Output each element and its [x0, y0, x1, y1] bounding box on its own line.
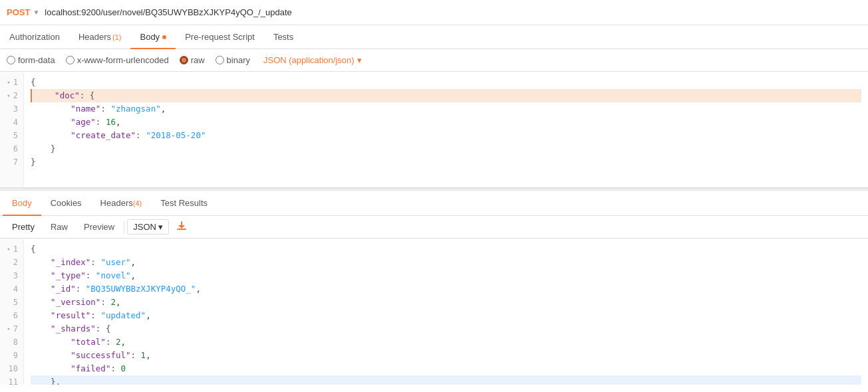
json-type-selector[interactable]: JSON ▾ [127, 219, 169, 235]
request-tabs: Authorization Headers(1) Body Pre-reques… [0, 25, 868, 49]
json-format-selector[interactable]: JSON (application/json) ▾ [263, 55, 362, 65]
req-line-4: "age": 16, [31, 116, 861, 129]
url-bar: POST ▼ [0, 0, 868, 25]
method-chevron-icon: ▼ [33, 9, 39, 16]
req-line-6: } [31, 142, 861, 155]
resp-line-4: "_id": "BQ35UWYBBzXJKYP4yQO_", [31, 282, 861, 296]
resp-line-5: "_version": 2, [31, 296, 861, 309]
resp-tab-test-results[interactable]: Test Results [151, 191, 217, 216]
raw-btn[interactable]: Raw [44, 220, 74, 234]
format-separator [124, 221, 124, 233]
req-line-3: "name": "zhangsan", [31, 102, 861, 116]
tab-tests[interactable]: Tests [264, 25, 303, 49]
resp-line-10: "failed": 0 [31, 362, 861, 375]
request-body-editor[interactable]: ▾1 ▾2 3 4 5 6 7 { "doc": { "name": "zhan… [0, 72, 868, 188]
form-data-option[interactable]: form-data [7, 55, 55, 65]
tab-authorization[interactable]: Authorization [0, 25, 69, 49]
req-line-2: "doc": { [31, 89, 861, 102]
response-body-editor[interactable]: ▾1 2 3 4 5 6 ▾7 8 9 10 11 12 13 14 { "_i… [0, 239, 868, 385]
urlencoded-option[interactable]: x-www-form-urlencoded [66, 55, 169, 65]
method-label: POST [7, 7, 30, 17]
resp-tab-body[interactable]: Body [3, 191, 41, 216]
pretty-btn[interactable]: Pretty [5, 220, 41, 234]
save-icon [176, 220, 188, 232]
tab-pre-request[interactable]: Pre-request Script [176, 25, 264, 49]
binary-option[interactable]: binary [216, 55, 250, 65]
resp-tab-cookies[interactable]: Cookies [41, 191, 91, 216]
req-line-7: } [31, 155, 861, 169]
response-format-bar: Pretty Raw Preview JSON ▾ [0, 216, 868, 239]
url-input[interactable] [45, 7, 861, 17]
resp-line-9: "successful": 1, [31, 349, 861, 362]
body-dot [162, 35, 166, 39]
preview-btn[interactable]: Preview [77, 220, 121, 234]
json-chevron-icon: ▾ [357, 55, 362, 65]
resp-line-8: "total": 2, [31, 336, 861, 349]
save-response-btn[interactable] [172, 217, 192, 237]
req-line-5: "create_date": "2018-05-20" [31, 129, 861, 142]
resp-line-11: }, [31, 375, 861, 385]
json-type-chevron-icon: ▾ [158, 222, 163, 232]
response-line-numbers: ▾1 2 3 4 5 6 ▾7 8 9 10 11 12 13 14 [0, 239, 24, 385]
response-code-content[interactable]: { "_index": "user", "_type": "novel", "_… [24, 239, 868, 385]
resp-line-3: "_type": "novel", [31, 269, 861, 282]
raw-option[interactable]: raw [180, 55, 205, 65]
req-line-1: { [31, 76, 861, 89]
resp-tab-headers[interactable]: Headers(4) [91, 191, 152, 216]
svg-rect-0 [177, 229, 186, 230]
tab-headers[interactable]: Headers(1) [69, 25, 131, 49]
request-code-content[interactable]: { "doc": { "name": "zhangsan", "age": 16… [24, 72, 868, 187]
resp-line-1: { [31, 243, 861, 256]
resp-line-7: "_shards": { [31, 322, 861, 336]
tab-body[interactable]: Body [130, 25, 176, 49]
resp-line-2: "_index": "user", [31, 256, 861, 269]
response-section: Body Cookies Headers(4) Test Results Pre… [0, 191, 868, 385]
response-tabs: Body Cookies Headers(4) Test Results [0, 191, 868, 216]
resp-line-6: "result": "updated", [31, 309, 861, 322]
method-selector[interactable]: POST ▼ [7, 7, 39, 17]
request-line-numbers: ▾1 ▾2 3 4 5 6 7 [0, 72, 24, 187]
body-type-bar: form-data x-www-form-urlencoded raw bina… [0, 49, 868, 72]
svg-marker-2 [178, 225, 185, 229]
